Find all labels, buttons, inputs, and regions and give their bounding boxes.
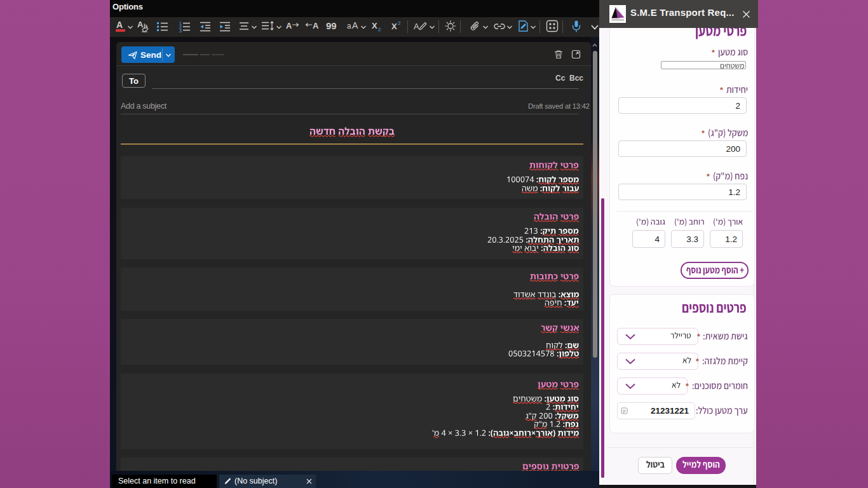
svg-text:A: A <box>116 20 123 30</box>
svg-text:a: a <box>347 22 351 30</box>
svg-text:2: 2 <box>398 20 401 26</box>
svg-text:2: 2 <box>378 27 381 32</box>
svg-text:A: A <box>313 21 319 30</box>
svg-text:b: b <box>144 22 147 30</box>
svg-text:X: X <box>372 21 377 30</box>
svg-text:A: A <box>286 21 292 30</box>
svg-text:99: 99 <box>326 20 337 31</box>
svg-text:A: A <box>414 22 419 31</box>
svg-text:X: X <box>391 22 397 31</box>
svg-text:3: 3 <box>179 29 182 33</box>
svg-text:A: A <box>352 20 358 30</box>
svg-text:A: A <box>137 20 144 29</box>
